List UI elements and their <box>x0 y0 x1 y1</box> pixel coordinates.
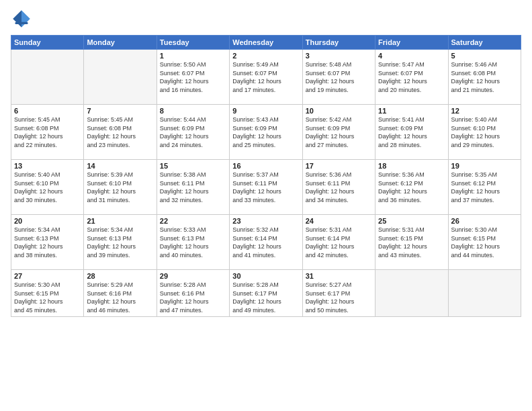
cell-info: Sunrise: 5:37 AMSunset: 6:11 PMDaylight:… <box>232 171 299 204</box>
calendar-cell: 29Sunrise: 5:28 AMSunset: 6:16 PMDayligh… <box>157 270 229 317</box>
calendar-cell <box>84 50 157 105</box>
day-number: 12 <box>451 107 518 115</box>
cell-info: Sunrise: 5:44 AMSunset: 6:09 PMDaylight:… <box>160 116 226 149</box>
day-number: 26 <box>451 217 518 225</box>
cell-info: Sunrise: 5:31 AMSunset: 6:15 PMDaylight:… <box>378 226 445 259</box>
day-number: 30 <box>232 272 299 280</box>
day-number: 11 <box>378 107 445 115</box>
day-number: 16 <box>232 162 299 170</box>
cell-info: Sunrise: 5:45 AMSunset: 6:08 PMDaylight:… <box>87 116 153 149</box>
cell-info: Sunrise: 5:43 AMSunset: 6:09 PMDaylight:… <box>232 116 299 149</box>
cell-info: Sunrise: 5:45 AMSunset: 6:08 PMDaylight:… <box>14 116 81 149</box>
cell-info: Sunrise: 5:30 AMSunset: 6:15 PMDaylight:… <box>14 281 81 314</box>
day-number: 1 <box>160 52 226 60</box>
calendar-cell: 7Sunrise: 5:45 AMSunset: 6:08 PMDaylight… <box>84 105 157 160</box>
day-number: 2 <box>232 52 299 60</box>
weekday-header-row: SundayMondayTuesdayWednesdayThursdayFrid… <box>11 36 521 50</box>
calendar-cell: 18Sunrise: 5:36 AMSunset: 6:12 PMDayligh… <box>375 160 448 215</box>
day-number: 25 <box>378 217 445 225</box>
calendar-week-row: 1Sunrise: 5:50 AMSunset: 6:07 PMDaylight… <box>11 50 521 105</box>
cell-info: Sunrise: 5:48 AMSunset: 6:07 PMDaylight:… <box>306 60 372 94</box>
weekday-header: Wednesday <box>230 36 302 50</box>
cell-info: Sunrise: 5:38 AMSunset: 6:11 PMDaylight:… <box>160 171 226 204</box>
calendar-cell: 11Sunrise: 5:41 AMSunset: 6:09 PMDayligh… <box>375 105 448 160</box>
cell-info: Sunrise: 5:49 AMSunset: 6:07 PMDaylight:… <box>232 60 299 94</box>
day-number: 7 <box>87 107 153 115</box>
day-number: 10 <box>306 107 372 115</box>
calendar-week-row: 20Sunrise: 5:34 AMSunset: 6:13 PMDayligh… <box>11 215 521 270</box>
day-number: 23 <box>232 217 299 225</box>
day-number: 27 <box>14 272 81 280</box>
calendar-cell: 16Sunrise: 5:37 AMSunset: 6:11 PMDayligh… <box>230 160 302 215</box>
calendar-cell: 28Sunrise: 5:29 AMSunset: 6:16 PMDayligh… <box>84 270 157 317</box>
calendar-cell: 19Sunrise: 5:35 AMSunset: 6:12 PMDayligh… <box>448 160 521 215</box>
day-number: 29 <box>160 272 226 280</box>
cell-info: Sunrise: 5:50 AMSunset: 6:07 PMDaylight:… <box>160 60 226 94</box>
cell-info: Sunrise: 5:29 AMSunset: 6:16 PMDaylight:… <box>87 281 153 314</box>
weekday-header: Saturday <box>448 36 521 50</box>
calendar-cell: 4Sunrise: 5:47 AMSunset: 6:07 PMDaylight… <box>375 50 448 105</box>
day-number: 24 <box>306 217 372 225</box>
weekday-header: Monday <box>84 36 157 50</box>
calendar-cell: 10Sunrise: 5:42 AMSunset: 6:09 PMDayligh… <box>302 105 375 160</box>
day-number: 13 <box>14 162 81 170</box>
calendar-cell <box>11 50 84 105</box>
cell-info: Sunrise: 5:35 AMSunset: 6:12 PMDaylight:… <box>451 171 518 204</box>
day-number: 31 <box>306 272 372 280</box>
header <box>11 8 521 30</box>
logo-icon <box>11 8 32 30</box>
calendar-cell: 27Sunrise: 5:30 AMSunset: 6:15 PMDayligh… <box>11 270 84 317</box>
calendar-week-row: 6Sunrise: 5:45 AMSunset: 6:08 PMDaylight… <box>11 105 521 160</box>
cell-info: Sunrise: 5:33 AMSunset: 6:13 PMDaylight:… <box>160 226 226 259</box>
calendar-cell: 9Sunrise: 5:43 AMSunset: 6:09 PMDaylight… <box>230 105 302 160</box>
logo <box>11 8 34 30</box>
day-number: 21 <box>87 217 153 225</box>
calendar-cell: 12Sunrise: 5:40 AMSunset: 6:10 PMDayligh… <box>448 105 521 160</box>
calendar-cell: 5Sunrise: 5:46 AMSunset: 6:08 PMDaylight… <box>448 50 521 105</box>
cell-info: Sunrise: 5:34 AMSunset: 6:13 PMDaylight:… <box>14 226 81 259</box>
calendar-cell: 24Sunrise: 5:31 AMSunset: 6:14 PMDayligh… <box>302 215 375 270</box>
calendar-cell: 6Sunrise: 5:45 AMSunset: 6:08 PMDaylight… <box>11 105 84 160</box>
calendar-cell: 26Sunrise: 5:30 AMSunset: 6:15 PMDayligh… <box>448 215 521 270</box>
calendar-cell: 14Sunrise: 5:39 AMSunset: 6:10 PMDayligh… <box>84 160 157 215</box>
day-number: 8 <box>160 107 226 115</box>
cell-info: Sunrise: 5:34 AMSunset: 6:13 PMDaylight:… <box>87 226 153 259</box>
svg-rect-2 <box>15 22 28 24</box>
day-number: 4 <box>378 52 445 60</box>
day-number: 6 <box>14 107 81 115</box>
cell-info: Sunrise: 5:36 AMSunset: 6:11 PMDaylight:… <box>306 171 372 204</box>
svg-marker-1 <box>13 10 21 28</box>
calendar-cell <box>448 270 521 317</box>
page: SundayMondayTuesdayWednesdayThursdayFrid… <box>0 0 532 411</box>
weekday-header: Friday <box>375 36 448 50</box>
cell-info: Sunrise: 5:36 AMSunset: 6:12 PMDaylight:… <box>378 171 445 204</box>
calendar-cell: 21Sunrise: 5:34 AMSunset: 6:13 PMDayligh… <box>84 215 157 270</box>
calendar-cell: 25Sunrise: 5:31 AMSunset: 6:15 PMDayligh… <box>375 215 448 270</box>
calendar-cell: 22Sunrise: 5:33 AMSunset: 6:13 PMDayligh… <box>157 215 229 270</box>
calendar-cell: 1Sunrise: 5:50 AMSunset: 6:07 PMDaylight… <box>157 50 229 105</box>
cell-info: Sunrise: 5:28 AMSunset: 6:17 PMDaylight:… <box>232 281 299 314</box>
calendar-week-row: 27Sunrise: 5:30 AMSunset: 6:15 PMDayligh… <box>11 270 521 317</box>
day-number: 15 <box>160 162 226 170</box>
day-number: 19 <box>451 162 518 170</box>
day-number: 17 <box>306 162 372 170</box>
weekday-header: Sunday <box>11 36 84 50</box>
cell-info: Sunrise: 5:31 AMSunset: 6:14 PMDaylight:… <box>306 226 372 259</box>
calendar-week-row: 13Sunrise: 5:40 AMSunset: 6:10 PMDayligh… <box>11 160 521 215</box>
cell-info: Sunrise: 5:40 AMSunset: 6:10 PMDaylight:… <box>14 171 81 204</box>
calendar-cell: 30Sunrise: 5:28 AMSunset: 6:17 PMDayligh… <box>230 270 302 317</box>
calendar-cell: 20Sunrise: 5:34 AMSunset: 6:13 PMDayligh… <box>11 215 84 270</box>
cell-info: Sunrise: 5:28 AMSunset: 6:16 PMDaylight:… <box>160 281 226 314</box>
calendar-cell: 17Sunrise: 5:36 AMSunset: 6:11 PMDayligh… <box>302 160 375 215</box>
cell-info: Sunrise: 5:39 AMSunset: 6:10 PMDaylight:… <box>87 171 153 204</box>
calendar-cell <box>375 270 448 317</box>
day-number: 14 <box>87 162 153 170</box>
calendar-cell: 13Sunrise: 5:40 AMSunset: 6:10 PMDayligh… <box>11 160 84 215</box>
weekday-header: Tuesday <box>157 36 229 50</box>
cell-info: Sunrise: 5:46 AMSunset: 6:08 PMDaylight:… <box>451 60 518 94</box>
cell-info: Sunrise: 5:41 AMSunset: 6:09 PMDaylight:… <box>378 116 445 149</box>
calendar-cell: 2Sunrise: 5:49 AMSunset: 6:07 PMDaylight… <box>230 50 302 105</box>
calendar: SundayMondayTuesdayWednesdayThursdayFrid… <box>11 35 521 317</box>
day-number: 5 <box>451 52 518 60</box>
calendar-cell: 15Sunrise: 5:38 AMSunset: 6:11 PMDayligh… <box>157 160 229 215</box>
